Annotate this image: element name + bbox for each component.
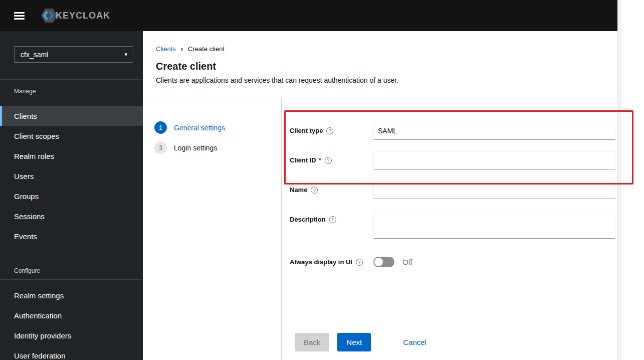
sidebar-item-user-federation[interactable]: User federation: [0, 345, 143, 360]
help-icon[interactable]: ?: [311, 187, 318, 194]
client-type-row: Client type ?: [290, 122, 615, 140]
toggle-state-label: Off: [402, 258, 412, 266]
wizard-nav: 1 General settings 3 Login settings: [143, 98, 281, 360]
breadcrumb: Clients › Create client: [156, 45, 605, 53]
general-settings-form: Client type ? Client ID * ?: [281, 98, 617, 360]
realm-selector-value: cfx_saml: [21, 51, 48, 59]
masthead: KEYCLOAK: [0, 0, 617, 31]
always-display-label: Always display in UI ?: [290, 258, 373, 266]
nav-section-configure: Configure: [0, 259, 143, 279]
client-id-input[interactable]: [373, 151, 615, 169]
sidebar-item-events[interactable]: Events: [0, 226, 143, 246]
description-input[interactable]: [373, 211, 615, 239]
help-icon[interactable]: ?: [356, 259, 363, 266]
back-button[interactable]: Back: [295, 333, 329, 351]
sidebar-item-identity-providers[interactable]: Identity providers: [0, 325, 143, 345]
nav-list-manage: Clients Client scopes Realm roles Users …: [0, 100, 143, 246]
name-row: Name ?: [290, 181, 615, 199]
sidebar-item-clients[interactable]: Clients: [0, 106, 143, 126]
help-icon[interactable]: ?: [326, 127, 333, 134]
sidebar-item-sessions[interactable]: Sessions: [0, 206, 143, 226]
vertical-scrollbar[interactable]: [617, 0, 621, 360]
sidebar-item-authentication[interactable]: Authentication: [0, 305, 143, 325]
sidebar-item-client-scopes[interactable]: Client scopes: [0, 126, 143, 146]
step-label: General settings: [174, 124, 225, 132]
chevron-down-icon: ▾: [124, 51, 127, 58]
help-icon[interactable]: ?: [325, 157, 332, 164]
name-input[interactable]: [373, 181, 615, 199]
always-display-row: Always display in UI ? Off: [290, 257, 615, 267]
page-title: Create client: [156, 61, 605, 72]
main-content: Clients › Create client Create client Cl…: [143, 31, 617, 360]
client-type-input[interactable]: [373, 122, 615, 140]
sidebar-item-users[interactable]: Users: [0, 166, 143, 186]
required-marker: *: [319, 156, 321, 164]
sidebar-item-realm-roles[interactable]: Realm roles: [0, 146, 143, 166]
help-icon[interactable]: ?: [329, 216, 336, 223]
page-subtitle: Clients are applications and services th…: [156, 76, 605, 84]
wizard-step-login-settings[interactable]: 3 Login settings: [154, 141, 281, 154]
next-button[interactable]: Next: [337, 333, 371, 351]
sidebar-item-realm-settings[interactable]: Realm settings: [0, 285, 143, 305]
cancel-button[interactable]: Cancel: [403, 333, 426, 351]
sidebar-item-groups[interactable]: Groups: [0, 186, 143, 206]
client-id-row: Client ID * ?: [290, 151, 615, 169]
breadcrumb-clients-link[interactable]: Clients: [156, 45, 176, 53]
page-header: Clients › Create client Create client Cl…: [143, 31, 617, 98]
name-label: Name ?: [290, 181, 373, 199]
brand-text: KEYCLOAK: [56, 11, 110, 21]
nav-list-configure: Realm settings Authentication Identity p…: [0, 280, 143, 360]
breadcrumb-current: Create client: [188, 45, 225, 53]
step-number: 3: [154, 141, 167, 154]
client-type-label: Client type ?: [290, 122, 373, 140]
menu-icon[interactable]: [14, 12, 25, 20]
step-label: Login settings: [174, 144, 217, 152]
always-display-toggle[interactable]: [373, 257, 394, 267]
wizard: 1 General settings 3 Login settings Clie…: [143, 98, 617, 360]
wizard-step-general-settings[interactable]: 1 General settings: [154, 121, 281, 134]
breadcrumb-separator-icon: ›: [181, 45, 183, 53]
step-number: 1: [154, 121, 167, 134]
description-row: Description ?: [290, 211, 615, 241]
wizard-footer: Back Next Cancel: [295, 333, 426, 351]
description-label: Description ?: [290, 211, 373, 241]
sidebar: cfx_saml ▾ Manage Clients Client scopes …: [0, 31, 143, 360]
realm-selector[interactable]: cfx_saml ▾: [14, 46, 133, 63]
nav-section-manage: Manage: [0, 80, 143, 100]
keycloak-logo[interactable]: KEYCLOAK: [40, 7, 110, 25]
client-id-label: Client ID * ?: [290, 151, 373, 169]
toggle-knob: [374, 258, 383, 266]
keycloak-admin-console: KEYCLOAK cfx_saml ▾ Manage Clients Clien…: [0, 0, 644, 360]
